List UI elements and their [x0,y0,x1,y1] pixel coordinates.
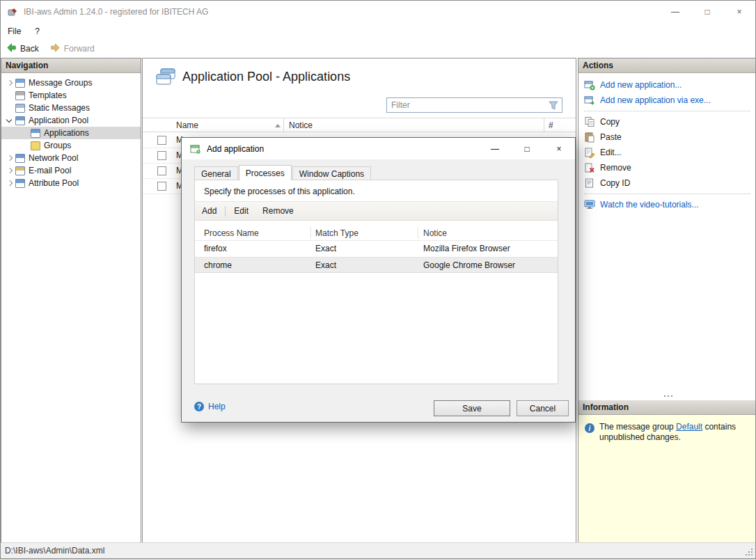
column-header-notice[interactable]: Notice [423,226,447,241]
column-divider[interactable] [283,118,284,132]
chevron-right-icon[interactable] [4,164,15,177]
toolbar-separator [225,206,226,216]
nav-toolbar: Back Forward [1,40,95,57]
processes-table-header: Process Name Match Type Notice [195,226,558,241]
menu-file[interactable]: File [1,24,28,38]
help-label: Help [208,402,226,411]
column-header-match-type[interactable]: Match Type [315,226,359,241]
chevron-right-icon[interactable] [4,177,15,189]
column-divider[interactable] [418,227,418,239]
tab-processes[interactable]: Processes [239,165,292,180]
tree-item-label: Application Pool [29,116,88,125]
help-icon [194,402,204,411]
column-divider[interactable] [544,118,544,132]
dialog-title: Add application [207,144,264,154]
tab-general[interactable]: General [194,166,238,180]
menu-help[interactable]: ? [28,24,47,38]
statusbar: D:\IBI-aws\Admin\Data.xml [1,542,755,558]
sidebar-item-network-pool[interactable]: Network Pool [1,152,141,164]
chevron-right-icon[interactable] [4,152,15,164]
back-button[interactable]: Back [6,42,39,55]
dialog-titlebar[interactable]: Add application — □ × [182,138,575,159]
row-checkbox[interactable] [157,166,166,175]
titlebar[interactable]: IBI-aws Admin 1.24.0 - registered for IB… [1,1,755,22]
action-label: Copy ID [600,178,630,188]
window-title: IBI-aws Admin 1.24.0 - registered for IB… [24,7,208,17]
maximize-button[interactable]: □ [691,1,723,22]
cancel-button[interactable]: Cancel [517,400,569,416]
action-copy-id[interactable]: Copy ID [578,175,756,191]
action-edit[interactable]: Edit... [578,145,756,160]
filter-funnel-icon[interactable] [545,98,562,112]
match-type-cell: Exact [315,244,336,253]
action-add-new-application-via-exe[interactable]: Add new application via exe... [578,93,756,108]
resize-grip[interactable] [746,549,753,556]
remove-process-button[interactable]: Remove [255,203,301,219]
processes-description: Specify the processes of this applicatio… [204,187,355,196]
sidebar-item-message-groups[interactable]: Message Groups [1,77,141,89]
action-paste[interactable]: Paste [578,129,756,145]
actions-header: Actions [578,58,756,73]
paste-icon [584,132,595,143]
add-new-application-icon [584,79,595,90]
tab-window-captions[interactable]: Window Captions [292,166,371,180]
row-checkbox[interactable] [157,151,166,160]
sidebar-item-email-pool[interactable]: E-mail Pool [1,164,141,177]
action-add-new-application[interactable]: Add new application... [578,77,756,93]
chevron-placeholder [4,102,15,114]
sidebar-item-static-messages[interactable]: Static Messages [1,102,141,114]
process-row-chrome[interactable]: chrome Exact Google Chrome Browser [195,257,558,273]
minimize-button[interactable]: — [659,1,691,22]
save-button[interactable]: Save [434,400,510,416]
application-pool-title-icon [155,66,177,90]
templates-icon [15,91,25,100]
chevron-down-icon[interactable] [4,114,15,127]
chevron-right-icon[interactable] [4,77,15,89]
column-header-name[interactable]: Name [176,118,198,132]
help-link[interactable]: Help [194,402,226,411]
process-name-cell: firefox [204,244,227,253]
add-process-button[interactable]: Add [195,203,223,219]
edit-icon [584,147,595,158]
copy-icon [584,116,595,127]
action-label: Copy [600,117,620,127]
sidebar-item-applications[interactable]: Applications [1,127,141,139]
action-label: Add new application... [600,80,682,90]
column-divider[interactable] [310,227,311,239]
row-checkbox[interactable] [157,182,166,191]
dialog-minimize-button[interactable]: — [479,138,511,159]
chevron-placeholder [4,89,15,102]
action-copy[interactable]: Copy [578,114,756,129]
dialog-maximize-button[interactable]: □ [511,138,543,159]
edit-process-button[interactable]: Edit [227,203,255,219]
forward-arrow-icon [50,42,61,55]
action-remove[interactable]: Remove [578,160,756,175]
filter-box [386,97,562,113]
sidebar-item-application-pool[interactable]: Application Pool [1,114,141,127]
default-message-group-link[interactable]: Default [676,422,702,432]
actions-list: Add new application... Add new applicati… [578,73,756,391]
dialog-close-button[interactable]: × [543,138,575,159]
row-checkbox[interactable] [157,136,166,145]
notice-cell: Mozilla Firefox Browser [423,244,510,253]
back-arrow-icon [6,42,17,55]
navigation-panel: Navigation Message Groups Templates Stat… [1,58,141,544]
chevron-placeholder [19,139,31,152]
action-watch-video-tutorials[interactable]: Watch the video-tutorials... [578,197,756,212]
match-type-cell: Exact [315,260,336,270]
action-label: Edit... [600,148,622,157]
column-header-notice[interactable]: Notice [289,118,313,132]
email-pool-icon [15,166,25,175]
sidebar-item-attribute-pool[interactable]: Attribute Pool [1,177,141,189]
filter-input[interactable] [387,100,545,110]
applications-icon [31,129,40,138]
processes-toolbar: Add Edit Remove [195,201,558,221]
column-header-process-name[interactable]: Process Name [204,226,259,241]
forward-button[interactable]: Forward [50,42,95,55]
sidebar-item-groups[interactable]: Groups [1,139,141,152]
sidebar-item-templates[interactable]: Templates [1,89,141,102]
process-row-firefox[interactable]: firefox Exact Mozilla Firefox Browser [195,241,558,257]
column-header-count[interactable]: # [549,118,553,132]
panel-splitter[interactable] [578,391,756,400]
close-button[interactable]: × [723,1,755,22]
